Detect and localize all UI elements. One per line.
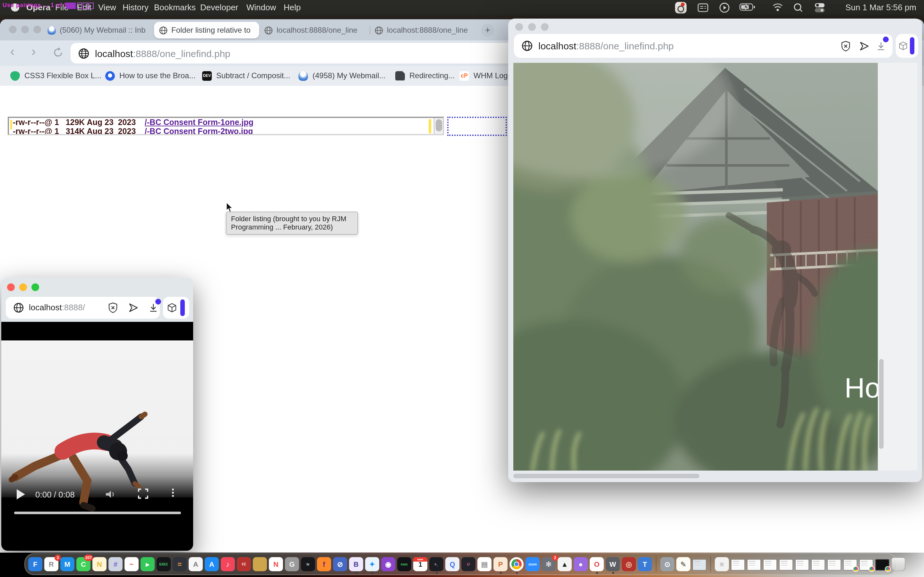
minimize-window-button[interactable] [528,23,536,31]
bookmark-webmail[interactable]: (4958) My Webmail... [298,69,386,82]
dock-podcasts[interactable]: ◉ [381,557,395,571]
play-circle-icon[interactable] [719,3,730,13]
dock-notes[interactable]: N [92,557,107,571]
zoom-window-button[interactable] [541,23,549,31]
listing-scrollbar[interactable] [434,118,443,134]
dock-apple-tv[interactable]: tv [301,557,315,571]
battery-icon[interactable] [739,3,756,13]
listing-file-link[interactable]: /-BC Consent Form-1one.jpg [145,118,254,127]
horizontal-scrollbar-thumb[interactable] [513,474,699,478]
close-window-button[interactable] [515,23,523,31]
vertical-scrollbar-thumb[interactable] [879,359,884,449]
dock-quicktime[interactable]: Q [445,557,459,571]
dock-music[interactable]: ♪ [221,557,235,571]
play-button[interactable] [17,489,25,500]
forward-button[interactable]: › [31,44,36,59]
scrollbar-thumb[interactable] [436,119,442,131]
dock-trash[interactable] [891,557,905,571]
dock-minimized-window[interactable] [763,559,777,571]
dock-downloads-stack[interactable]: ≡ [715,557,729,571]
dock-stickies[interactable]: ✎ [676,557,690,571]
new-tab-button[interactable]: + [481,24,494,37]
shield-block-icon[interactable] [840,40,851,52]
dock-calendar[interactable]: MAR1 [413,557,427,571]
fullscreen-icon[interactable] [137,488,149,500]
dock-filezilla[interactable]: FZ [237,557,251,571]
send-icon[interactable] [128,302,139,314]
dock-minimized-window[interactable] [747,559,761,571]
dock-facetime[interactable]: ▸ [141,557,155,571]
notification-app-icon[interactable] [675,2,687,13]
dock-minimized-window[interactable] [827,559,841,571]
bookmark-whm[interactable]: cP WHM Log [459,69,508,82]
window-grid-icon[interactable] [698,3,708,13]
dock-finder[interactable]: F [28,557,42,571]
menu-window[interactable]: Window [246,3,276,12]
menu-developer[interactable]: Developer [200,3,238,12]
reload-button[interactable] [53,47,64,58]
minimize-window-button[interactable] [19,284,27,291]
dock-exec-terminal[interactable]: EXEC [157,557,171,571]
wifi-icon[interactable] [772,3,783,13]
dock-gimp[interactable]: G [285,557,299,571]
minimize-window-button[interactable] [21,26,29,33]
dock-minimized-window-dark[interactable] [875,559,889,571]
video-progress-bar[interactable] [14,512,181,514]
dock-inkscape[interactable]: ▲ [557,557,572,571]
dock-terminal[interactable]: >_ [429,557,443,571]
bookmark-dev-subtract[interactable]: DEV Subtract / Composit... [202,69,290,82]
dock-firefox[interactable]: f [317,557,331,571]
directory-listing-box[interactable]: -rw-r--r--@ 1 129K Aug 23 2023 /-BC Cons… [8,117,444,135]
dock-minimized-window-chrome[interactable] [859,559,873,571]
dock-mail[interactable]: M [60,557,74,571]
dock-moth-app[interactable]: W [606,557,620,571]
back-button[interactable]: ‹ [10,44,15,59]
dock-launchpad[interactable]: # [108,557,123,571]
dock-gold-app[interactable] [253,557,267,571]
dock-minimized-window[interactable] [811,559,825,571]
tab-webmail[interactable]: (5060) My Webmail :: Inb [47,22,150,39]
dock-minimized-window[interactable] [779,559,793,571]
dock-exec2-terminal[interactable]: exec [397,557,411,571]
dock-textedit[interactable]: A [189,557,203,571]
dock-dev-tools[interactable]: T [638,557,652,571]
dock-color-wheel[interactable]: ◎ [622,557,636,571]
cube-icon[interactable] [167,303,177,313]
address-bar[interactable]: localhost:8888/one_linefind.php [514,34,893,58]
dock-drawing-app[interactable]: ~ [124,557,139,571]
send-icon[interactable] [859,40,870,52]
dock-blocker[interactable]: ⊘ [333,557,347,571]
bookmark-redirecting[interactable]: Redirecting... [395,69,455,82]
tab-folder-listing[interactable]: Folder listing relative to [154,22,259,39]
dock-app-store[interactable]: A [205,557,219,571]
dock-system-settings[interactable]: ✻2 [541,557,556,571]
bookmark-broadcast[interactable]: How to use the Broa... [105,69,195,82]
dock-paint-palette[interactable]: P [493,557,507,571]
shield-block-icon[interactable] [107,302,119,314]
close-window-button[interactable] [9,26,17,33]
dock-preview-doc[interactable]: ▤ [477,557,491,571]
video-player[interactable]: 0:00 / 0:08 [1,322,193,551]
dock-intellij[interactable]: IJ [461,557,475,571]
dock-zoom[interactable]: zoom [525,557,540,571]
dock-reminders[interactable]: R3 [44,557,58,571]
menu-help[interactable]: Help [284,3,301,12]
bookmark-css3-flexbox[interactable]: CSS3 Flexible Box L... [10,69,102,82]
dock-minimized-window[interactable] [731,559,745,571]
search-icon[interactable] [793,3,804,13]
control-center-icon[interactable] [814,3,825,13]
more-options-icon[interactable] [172,487,174,498]
menu-view[interactable]: View [98,3,116,12]
zoom-window-button[interactable] [31,284,39,291]
mute-icon[interactable] [104,488,117,501]
menu-bookmarks[interactable]: Bookmarks [154,3,196,12]
dock-calculator[interactable]: = [173,557,187,571]
dock-chrome[interactable] [509,557,523,571]
dock-minimized-window-chrome[interactable] [843,559,857,571]
listing-file-link[interactable]: /-BC Consent Form-2two.jpg [145,127,253,135]
dock-accessibility[interactable]: ⊙ [660,557,674,571]
dock-minimized-window[interactable] [795,559,809,571]
zoom-window-button[interactable] [33,26,41,33]
dock-bible-app[interactable]: B [349,557,363,571]
sidebar-extension-pill[interactable] [910,37,914,55]
